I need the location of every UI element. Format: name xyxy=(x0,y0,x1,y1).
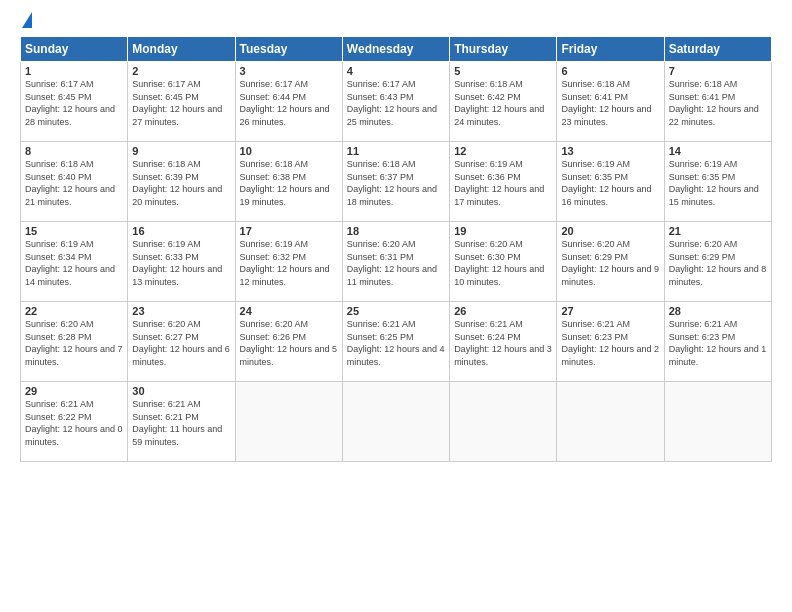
day-number: 21 xyxy=(669,225,767,237)
day-number: 13 xyxy=(561,145,659,157)
day-number: 3 xyxy=(240,65,338,77)
calendar-cell: 19Sunrise: 6:20 AMSunset: 6:30 PMDayligh… xyxy=(450,222,557,302)
calendar-cell: 7Sunrise: 6:18 AMSunset: 6:41 PMDaylight… xyxy=(664,62,771,142)
day-info: Sunrise: 6:20 AMSunset: 6:30 PMDaylight:… xyxy=(454,238,552,288)
calendar-cell xyxy=(235,382,342,462)
day-number: 10 xyxy=(240,145,338,157)
day-info: Sunrise: 6:18 AMSunset: 6:37 PMDaylight:… xyxy=(347,158,445,208)
day-info: Sunrise: 6:19 AMSunset: 6:34 PMDaylight:… xyxy=(25,238,123,288)
col-header-saturday: Saturday xyxy=(664,37,771,62)
day-number: 19 xyxy=(454,225,552,237)
calendar-cell: 15Sunrise: 6:19 AMSunset: 6:34 PMDayligh… xyxy=(21,222,128,302)
calendar-cell: 2Sunrise: 6:17 AMSunset: 6:45 PMDaylight… xyxy=(128,62,235,142)
day-number: 23 xyxy=(132,305,230,317)
calendar-cell: 13Sunrise: 6:19 AMSunset: 6:35 PMDayligh… xyxy=(557,142,664,222)
calendar-cell: 20Sunrise: 6:20 AMSunset: 6:29 PMDayligh… xyxy=(557,222,664,302)
day-number: 1 xyxy=(25,65,123,77)
header xyxy=(20,16,772,28)
calendar-week-row: 1Sunrise: 6:17 AMSunset: 6:45 PMDaylight… xyxy=(21,62,772,142)
day-info: Sunrise: 6:18 AMSunset: 6:42 PMDaylight:… xyxy=(454,78,552,128)
day-number: 30 xyxy=(132,385,230,397)
day-info: Sunrise: 6:20 AMSunset: 6:26 PMDaylight:… xyxy=(240,318,338,368)
calendar-cell: 21Sunrise: 6:20 AMSunset: 6:29 PMDayligh… xyxy=(664,222,771,302)
calendar-cell: 29Sunrise: 6:21 AMSunset: 6:22 PMDayligh… xyxy=(21,382,128,462)
calendar-cell: 30Sunrise: 6:21 AMSunset: 6:21 PMDayligh… xyxy=(128,382,235,462)
calendar-week-row: 8Sunrise: 6:18 AMSunset: 6:40 PMDaylight… xyxy=(21,142,772,222)
day-number: 27 xyxy=(561,305,659,317)
day-number: 11 xyxy=(347,145,445,157)
calendar-cell xyxy=(342,382,449,462)
day-info: Sunrise: 6:21 AMSunset: 6:22 PMDaylight:… xyxy=(25,398,123,448)
day-info: Sunrise: 6:19 AMSunset: 6:33 PMDaylight:… xyxy=(132,238,230,288)
day-number: 18 xyxy=(347,225,445,237)
calendar-cell: 11Sunrise: 6:18 AMSunset: 6:37 PMDayligh… xyxy=(342,142,449,222)
day-info: Sunrise: 6:18 AMSunset: 6:41 PMDaylight:… xyxy=(561,78,659,128)
day-info: Sunrise: 6:17 AMSunset: 6:43 PMDaylight:… xyxy=(347,78,445,128)
day-info: Sunrise: 6:21 AMSunset: 6:23 PMDaylight:… xyxy=(669,318,767,368)
day-info: Sunrise: 6:21 AMSunset: 6:23 PMDaylight:… xyxy=(561,318,659,368)
day-info: Sunrise: 6:18 AMSunset: 6:38 PMDaylight:… xyxy=(240,158,338,208)
calendar-cell: 17Sunrise: 6:19 AMSunset: 6:32 PMDayligh… xyxy=(235,222,342,302)
calendar-cell: 22Sunrise: 6:20 AMSunset: 6:28 PMDayligh… xyxy=(21,302,128,382)
day-number: 7 xyxy=(669,65,767,77)
day-info: Sunrise: 6:19 AMSunset: 6:36 PMDaylight:… xyxy=(454,158,552,208)
logo-triangle-icon xyxy=(22,12,32,28)
calendar-cell: 4Sunrise: 6:17 AMSunset: 6:43 PMDaylight… xyxy=(342,62,449,142)
logo xyxy=(20,16,32,28)
day-info: Sunrise: 6:19 AMSunset: 6:35 PMDaylight:… xyxy=(669,158,767,208)
calendar-cell: 23Sunrise: 6:20 AMSunset: 6:27 PMDayligh… xyxy=(128,302,235,382)
day-info: Sunrise: 6:20 AMSunset: 6:29 PMDaylight:… xyxy=(561,238,659,288)
calendar-week-row: 15Sunrise: 6:19 AMSunset: 6:34 PMDayligh… xyxy=(21,222,772,302)
col-header-friday: Friday xyxy=(557,37,664,62)
calendar-cell: 5Sunrise: 6:18 AMSunset: 6:42 PMDaylight… xyxy=(450,62,557,142)
calendar-cell xyxy=(557,382,664,462)
day-info: Sunrise: 6:18 AMSunset: 6:40 PMDaylight:… xyxy=(25,158,123,208)
calendar-cell: 28Sunrise: 6:21 AMSunset: 6:23 PMDayligh… xyxy=(664,302,771,382)
col-header-sunday: Sunday xyxy=(21,37,128,62)
calendar-cell: 8Sunrise: 6:18 AMSunset: 6:40 PMDaylight… xyxy=(21,142,128,222)
calendar-cell: 12Sunrise: 6:19 AMSunset: 6:36 PMDayligh… xyxy=(450,142,557,222)
day-info: Sunrise: 6:17 AMSunset: 6:44 PMDaylight:… xyxy=(240,78,338,128)
day-info: Sunrise: 6:19 AMSunset: 6:32 PMDaylight:… xyxy=(240,238,338,288)
day-info: Sunrise: 6:21 AMSunset: 6:24 PMDaylight:… xyxy=(454,318,552,368)
day-number: 25 xyxy=(347,305,445,317)
day-number: 2 xyxy=(132,65,230,77)
calendar-cell: 6Sunrise: 6:18 AMSunset: 6:41 PMDaylight… xyxy=(557,62,664,142)
day-info: Sunrise: 6:21 AMSunset: 6:25 PMDaylight:… xyxy=(347,318,445,368)
day-number: 12 xyxy=(454,145,552,157)
day-number: 14 xyxy=(669,145,767,157)
day-info: Sunrise: 6:19 AMSunset: 6:35 PMDaylight:… xyxy=(561,158,659,208)
day-info: Sunrise: 6:20 AMSunset: 6:28 PMDaylight:… xyxy=(25,318,123,368)
calendar-week-row: 29Sunrise: 6:21 AMSunset: 6:22 PMDayligh… xyxy=(21,382,772,462)
day-number: 28 xyxy=(669,305,767,317)
calendar-cell: 27Sunrise: 6:21 AMSunset: 6:23 PMDayligh… xyxy=(557,302,664,382)
col-header-wednesday: Wednesday xyxy=(342,37,449,62)
day-info: Sunrise: 6:17 AMSunset: 6:45 PMDaylight:… xyxy=(25,78,123,128)
calendar-cell: 18Sunrise: 6:20 AMSunset: 6:31 PMDayligh… xyxy=(342,222,449,302)
day-number: 22 xyxy=(25,305,123,317)
day-info: Sunrise: 6:21 AMSunset: 6:21 PMDaylight:… xyxy=(132,398,230,448)
day-number: 15 xyxy=(25,225,123,237)
day-number: 17 xyxy=(240,225,338,237)
col-header-monday: Monday xyxy=(128,37,235,62)
day-number: 5 xyxy=(454,65,552,77)
calendar-cell: 1Sunrise: 6:17 AMSunset: 6:45 PMDaylight… xyxy=(21,62,128,142)
day-number: 29 xyxy=(25,385,123,397)
calendar-cell: 14Sunrise: 6:19 AMSunset: 6:35 PMDayligh… xyxy=(664,142,771,222)
calendar-week-row: 22Sunrise: 6:20 AMSunset: 6:28 PMDayligh… xyxy=(21,302,772,382)
day-info: Sunrise: 6:20 AMSunset: 6:29 PMDaylight:… xyxy=(669,238,767,288)
day-number: 26 xyxy=(454,305,552,317)
calendar-cell: 16Sunrise: 6:19 AMSunset: 6:33 PMDayligh… xyxy=(128,222,235,302)
day-info: Sunrise: 6:18 AMSunset: 6:39 PMDaylight:… xyxy=(132,158,230,208)
day-number: 20 xyxy=(561,225,659,237)
calendar-header-row: SundayMondayTuesdayWednesdayThursdayFrid… xyxy=(21,37,772,62)
day-info: Sunrise: 6:18 AMSunset: 6:41 PMDaylight:… xyxy=(669,78,767,128)
calendar-cell: 25Sunrise: 6:21 AMSunset: 6:25 PMDayligh… xyxy=(342,302,449,382)
day-info: Sunrise: 6:20 AMSunset: 6:31 PMDaylight:… xyxy=(347,238,445,288)
day-number: 16 xyxy=(132,225,230,237)
calendar-cell: 9Sunrise: 6:18 AMSunset: 6:39 PMDaylight… xyxy=(128,142,235,222)
day-number: 8 xyxy=(25,145,123,157)
day-info: Sunrise: 6:20 AMSunset: 6:27 PMDaylight:… xyxy=(132,318,230,368)
calendar-cell: 10Sunrise: 6:18 AMSunset: 6:38 PMDayligh… xyxy=(235,142,342,222)
calendar-cell xyxy=(664,382,771,462)
